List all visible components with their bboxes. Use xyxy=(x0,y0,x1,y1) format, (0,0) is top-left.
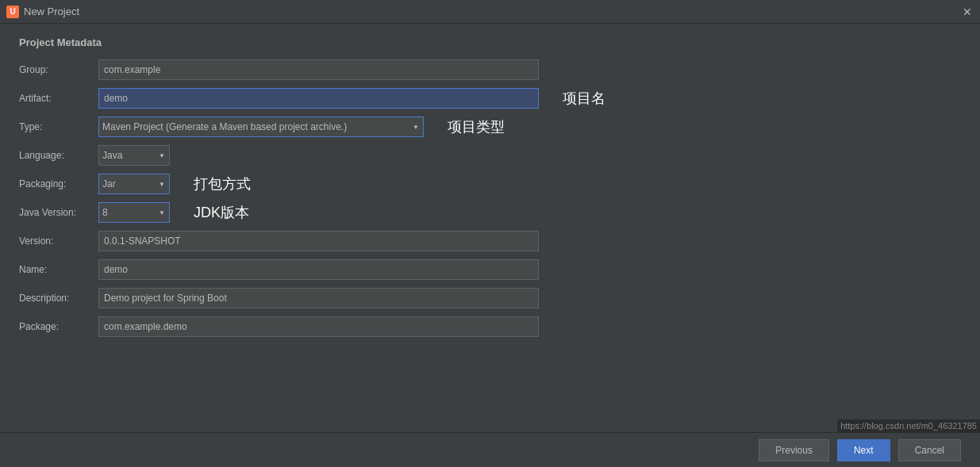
name-label: Name: xyxy=(19,264,98,275)
java-version-row: Java Version: 8 11 17 21 JDK版本 xyxy=(19,202,961,223)
watermark: https://blog.csdn.net/m0_46321785 xyxy=(837,419,980,432)
description-label: Description: xyxy=(19,293,98,304)
language-label: Language: xyxy=(19,150,98,161)
group-row: Group: xyxy=(19,59,961,80)
app-icon: U xyxy=(6,6,19,18)
project-type-annotation: 项目类型 xyxy=(448,117,505,136)
language-select[interactable]: Java Kotlin Groovy xyxy=(98,145,170,166)
type-row: Type: Maven Project (Generate a Maven ba… xyxy=(19,117,961,137)
cancel-button[interactable]: Cancel xyxy=(898,439,961,461)
project-name-annotation: 项目名 xyxy=(563,89,605,108)
java-version-select[interactable]: 8 11 17 21 xyxy=(98,202,170,223)
artifact-input[interactable] xyxy=(98,88,539,109)
group-input[interactable] xyxy=(98,59,539,80)
artifact-label: Artifact: xyxy=(19,93,98,104)
type-select-wrapper: Maven Project (Generate a Maven based pr… xyxy=(98,117,424,137)
version-row: Version: xyxy=(19,231,961,251)
name-row: Name: xyxy=(19,259,961,280)
form-content: Project Metadata Group: Artifact: 项目名 Ty… xyxy=(0,24,980,432)
next-button[interactable]: Next xyxy=(837,439,890,461)
packaging-select-wrapper: Jar War xyxy=(98,174,170,194)
packaging-select[interactable]: Jar War xyxy=(98,174,170,194)
new-project-window: U New Project ✕ Project Metadata Group: … xyxy=(0,0,980,467)
language-row: Language: Java Kotlin Groovy xyxy=(19,145,961,166)
description-row: Description: xyxy=(19,288,961,308)
java-version-select-wrapper: 8 11 17 21 xyxy=(98,202,170,223)
section-title: Project Metadata xyxy=(19,36,961,48)
artifact-row: Artifact: 项目名 xyxy=(19,88,961,109)
packaging-annotation: 打包方式 xyxy=(194,174,251,193)
language-select-wrapper: Java Kotlin Groovy xyxy=(98,145,170,166)
jdk-version-annotation: JDK版本 xyxy=(194,203,249,222)
type-label: Type: xyxy=(19,121,98,132)
group-label: Group: xyxy=(19,64,98,75)
packaging-row: Packaging: Jar War 打包方式 xyxy=(19,174,961,194)
close-button[interactable]: ✕ xyxy=(961,6,974,18)
packaging-label: Packaging: xyxy=(19,178,98,189)
version-input[interactable] xyxy=(98,231,539,251)
version-label: Version: xyxy=(19,235,98,247)
type-select[interactable]: Maven Project (Generate a Maven based pr… xyxy=(98,117,424,137)
bottom-bar: Previous Next Cancel xyxy=(0,432,980,467)
package-row: Package: xyxy=(19,316,961,337)
previous-button[interactable]: Previous xyxy=(759,439,829,461)
package-label: Package: xyxy=(19,321,98,332)
java-version-label: Java Version: xyxy=(19,207,98,218)
name-input[interactable] xyxy=(98,259,539,280)
title-bar: U New Project ✕ xyxy=(0,0,980,24)
package-input[interactable] xyxy=(98,316,539,337)
window-title: New Project xyxy=(24,6,961,17)
description-input[interactable] xyxy=(98,288,539,308)
